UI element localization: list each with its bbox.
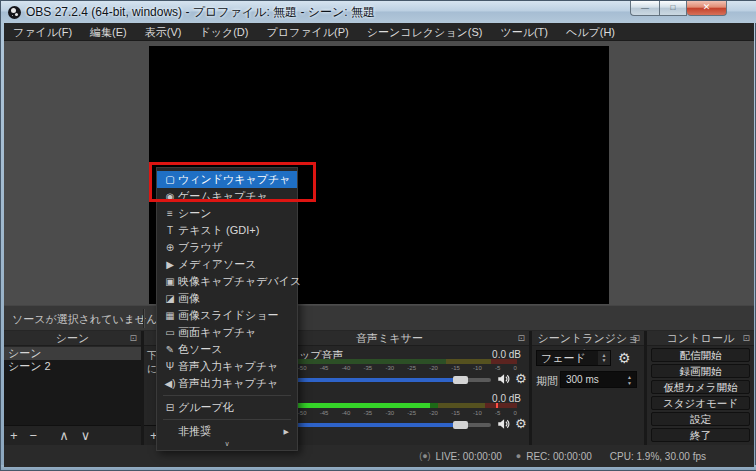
speaker-icon[interactable] (496, 417, 511, 431)
chevron-down-icon: ▼ (627, 380, 632, 386)
menu-item-color-source[interactable]: ✎ 色ソース (157, 341, 297, 358)
menu-edit[interactable]: 編集(E) (81, 23, 136, 41)
transition-selected-value: フェード (541, 352, 586, 364)
menu-item-media-source[interactable]: ▶ メディアソース (157, 256, 297, 273)
move-scene-up-button[interactable]: ∧ (53, 427, 75, 445)
controls-dock-header[interactable]: コントロール ⊡ (647, 331, 754, 346)
tick-label: -40 (342, 410, 351, 416)
media-source-icon: ▶ (162, 259, 178, 270)
add-source-context-menu: ▢ ウィンドウキャプチャ ◉ ゲームキャプチャ ≡ シーン T テキスト (GD… (156, 167, 298, 451)
dock-menu-icon[interactable]: ⊡ (517, 331, 525, 346)
maximize-button[interactable]: □ (659, 1, 687, 16)
live-time: LIVE: 00:00:00 (436, 451, 502, 462)
display-capture-icon: ▭ (162, 327, 178, 338)
start-virtual-camera-button[interactable]: 仮想カメラ開始 (651, 380, 750, 394)
submenu-arrow-icon: ▶ (284, 428, 289, 436)
scenes-dock-header[interactable]: シーン ⊡ (4, 331, 141, 346)
no-source-selected-label: ソースが選択されていません (12, 312, 158, 327)
menu-tools[interactable]: ツール(T) (491, 23, 557, 41)
mixer-dock-title: 音声ミキサー (356, 332, 423, 344)
duration-value: 300 ms (566, 374, 599, 385)
scene-transitions-dock: シーントランジション ⊡ フェード ▲ ▼ ⚙ 期間 300 ms ▲ ▼ (532, 331, 644, 445)
tick-label: -35 (364, 410, 373, 416)
move-scene-down-button[interactable]: ∨ (75, 427, 97, 445)
close-button[interactable]: ✕ (687, 1, 727, 16)
volume-slider-handle[interactable] (453, 421, 468, 429)
tick-label: -50 (298, 365, 307, 371)
source-toolbar: ソースが選択されていません (4, 305, 754, 331)
minimize-button[interactable]: — (630, 1, 659, 16)
transition-select[interactable]: フェード ▲ ▼ (536, 350, 611, 366)
duration-label: 期間 (536, 374, 558, 389)
menu-scene-collection[interactable]: シーンコレクション(S) (358, 23, 492, 41)
menu-profile[interactable]: プロファイル(P) (257, 23, 357, 41)
controls-dock-title: コントロール (667, 332, 734, 344)
menu-help[interactable]: ヘルプ(H) (557, 23, 624, 41)
combo-arrows[interactable]: ▲ ▼ (598, 351, 610, 365)
transitions-dock-header[interactable]: シーントランジション ⊡ (532, 331, 644, 346)
menu-item-text-gdi[interactable]: T テキスト (GDI+) (157, 222, 297, 239)
meter-red-segment (491, 359, 517, 364)
start-recording-button[interactable]: 録画開始 (651, 364, 750, 378)
title-bar[interactable]: OBS 27.2.4 (64-bit, windows) - プロファイル: 無… (1, 1, 756, 23)
menu-item-group[interactable]: ⊟ グループ化 (157, 399, 297, 416)
menu-item-deprecated[interactable]: 非推奨 ▶ (157, 423, 297, 440)
duration-spinbox[interactable]: 300 ms ▲ ▼ (560, 371, 637, 388)
tick-label: -15 (451, 410, 460, 416)
tick-label: -30 (385, 365, 394, 371)
tick-label: -45 (320, 410, 329, 416)
list-item[interactable]: シーン 2 (4, 360, 141, 373)
app-window: OBS 27.2.4 (64-bit, windows) - プロファイル: 無… (0, 0, 756, 471)
dock-menu-icon[interactable]: ⊡ (742, 331, 750, 346)
remove-scene-button[interactable]: − (24, 427, 44, 445)
menu-item-audio-output-capture[interactable]: ◀) 音声出力キャプチャ (157, 375, 297, 392)
tick-label: -40 (342, 365, 351, 371)
menu-docks[interactable]: ドック(D) (190, 23, 257, 41)
menu-view[interactable]: 表示(V) (136, 23, 191, 41)
transition-settings-gear-icon[interactable]: ⚙ (618, 350, 631, 366)
rec-indicator-icon: ● (516, 451, 521, 461)
image-slideshow-icon: ▦ (162, 310, 178, 321)
status-bar: (●) LIVE: 00:00:00 ● REC: 00:00:00 CPU: … (4, 445, 754, 467)
channel-settings-gear-icon[interactable]: ⚙ (515, 416, 527, 431)
window-controls: — □ ✕ (630, 1, 727, 16)
menu-item-image[interactable]: ◪ 画像 (157, 290, 297, 307)
menu-scroll-down-indicator[interactable]: ∨ (157, 440, 297, 448)
exit-button[interactable]: 終了 (651, 428, 750, 442)
toolbar-separator (143, 309, 145, 328)
tick-label: -10 (473, 410, 482, 416)
scene-list: シーン シーン 2 (4, 347, 141, 425)
settings-button[interactable]: 設定 (651, 412, 750, 426)
tick-label: -25 (407, 365, 416, 371)
meter-red-segment (485, 403, 517, 408)
controls-dock: コントロール ⊡ 配信開始 録画開始 仮想カメラ開始 スタジオモード 設定 終了 (647, 331, 754, 445)
scene-icon: ≡ (162, 208, 178, 219)
tick-label: -5 (495, 410, 500, 416)
volume-slider-handle[interactable] (453, 376, 468, 384)
menu-item-scene[interactable]: ≡ シーン (157, 205, 297, 222)
tick-label: -30 (385, 410, 394, 416)
annotation-highlight-box (149, 162, 316, 202)
speaker-icon[interactable] (496, 372, 511, 386)
tick-label: -20 (429, 365, 438, 371)
menu-item-display-capture[interactable]: ▭ 画面キャプチャ (157, 324, 297, 341)
menu-item-image-slideshow[interactable]: ▦ 画像スライドショー (157, 307, 297, 324)
scenes-dock: シーン ⊡ シーン シーン 2 + − ∧ ∨ (4, 331, 141, 445)
group-icon: ⊟ (162, 402, 178, 413)
text-gdi-icon: T (162, 225, 178, 236)
list-item[interactable]: シーン (4, 347, 141, 360)
menu-item-audio-input-capture[interactable]: Ψ 音声入力キャプチャ (157, 358, 297, 375)
menu-separator (163, 395, 291, 396)
add-scene-button[interactable]: + (4, 427, 24, 445)
channel-settings-gear-icon[interactable]: ⚙ (515, 371, 527, 386)
menu-item-video-capture-device[interactable]: ▣ 映像キャプチャデバイス (157, 273, 297, 290)
dock-menu-icon[interactable]: ⊡ (632, 331, 640, 346)
meter-green-segment (430, 403, 438, 408)
spinbox-arrows[interactable]: ▲ ▼ (624, 372, 635, 387)
audio-input-capture-icon: Ψ (162, 361, 178, 372)
dock-menu-icon[interactable]: ⊡ (129, 331, 137, 346)
studio-mode-button[interactable]: スタジオモード (651, 396, 750, 410)
menu-file[interactable]: ファイル(F) (4, 23, 81, 41)
start-streaming-button[interactable]: 配信開始 (651, 348, 750, 362)
menu-item-browser[interactable]: ⊕ ブラウザ (157, 239, 297, 256)
